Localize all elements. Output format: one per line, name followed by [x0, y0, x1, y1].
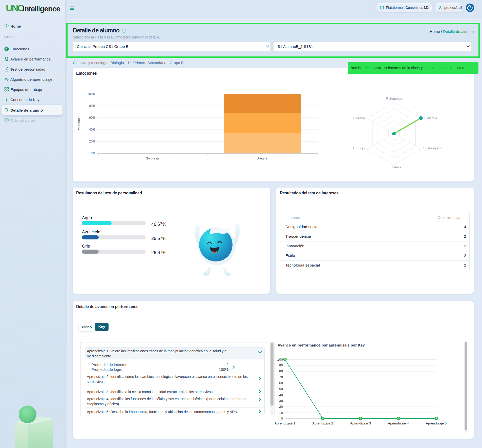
svg-text:F. Tristeza: F. Tristeza	[387, 166, 401, 169]
svg-text:60: 60	[279, 381, 283, 385]
svg-text:0%: 0%	[91, 152, 95, 155]
svg-text:Aprendizaje 5: Aprendizaje 5	[426, 421, 447, 425]
svg-text:40%: 40%	[89, 128, 95, 131]
svg-text:F. Enojo: F. Enojo	[353, 147, 365, 150]
svg-text:Alegría: Alegría	[257, 157, 267, 160]
svg-text:40: 40	[279, 393, 283, 397]
svg-text:30: 30	[279, 399, 283, 403]
svg-text:Aprendizaje 1: Aprendizaje 1	[275, 421, 295, 425]
svg-text:60%: 60%	[89, 116, 95, 119]
svg-text:100: 100	[277, 358, 283, 361]
svg-text:UNO: UNO	[6, 3, 24, 13]
svg-text:F. Miedo: F. Miedo	[353, 116, 365, 120]
svg-text:0: 0	[281, 417, 283, 420]
svg-text:100%: 100%	[87, 92, 95, 96]
svg-text:Porcentaje: Porcentaje	[77, 116, 81, 131]
svg-text:50: 50	[279, 387, 283, 391]
svg-text:Aprendizaje 3: Aprendizaje 3	[350, 421, 371, 425]
svg-text:Aprendizaje 2: Aprendizaje 2	[312, 421, 333, 425]
svg-text:10: 10	[279, 411, 283, 415]
svg-text:20: 20	[279, 405, 283, 409]
svg-text:Aprendizaje 4: Aprendizaje 4	[388, 421, 409, 425]
svg-text:20%: 20%	[89, 140, 95, 143]
svg-text:F. Alegría: F. Alegría	[424, 116, 437, 120]
svg-text:80%: 80%	[89, 104, 95, 108]
svg-text:80: 80	[279, 369, 283, 373]
svg-text:intelligence: intelligence	[23, 5, 60, 13]
svg-text:Sorpresa: Sorpresa	[146, 157, 159, 160]
svg-text:70: 70	[279, 375, 283, 379]
svg-text:F. Sorpresa: F. Sorpresa	[386, 97, 402, 100]
svg-text:90: 90	[279, 363, 283, 367]
svg-text:F. Desagrado: F. Desagrado	[423, 147, 442, 150]
